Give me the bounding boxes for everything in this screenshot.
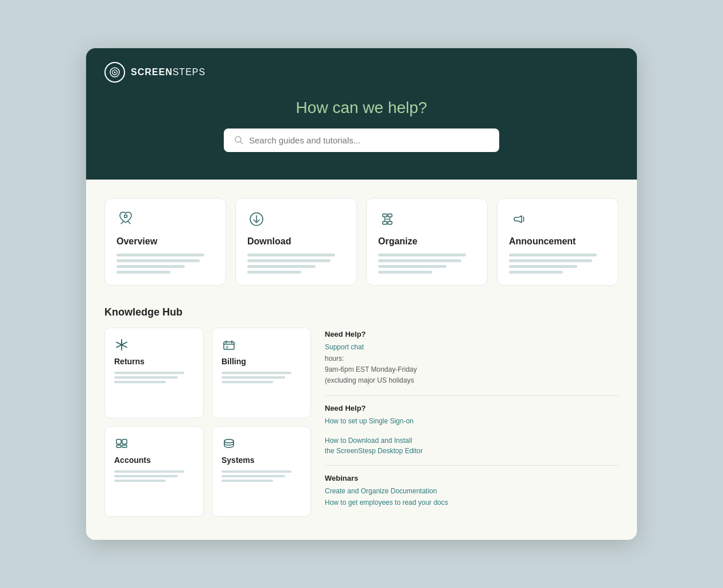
card-line — [378, 271, 432, 274]
hub-card-billing-title: Billing — [221, 357, 301, 366]
divider — [325, 395, 619, 396]
help-section-title: Need Help? — [325, 330, 619, 338]
hub-layout: Returns — [104, 328, 619, 517]
svg-rect-9 — [388, 221, 392, 224]
knowledge-hub-title: Knowledge Hub — [104, 306, 619, 318]
hub-card-line — [114, 372, 184, 374]
hub-card-billing[interactable]: Billing — [212, 328, 311, 418]
help-support-text: Support chat hours: 9am-6pm EST Monday-F… — [325, 342, 619, 387]
card-line — [247, 254, 335, 256]
rocket-icon — [116, 210, 137, 231]
card-organize-title: Organize — [378, 236, 476, 247]
svg-point-23 — [224, 439, 234, 443]
hub-card-accounts-title: Accounts — [114, 455, 194, 465]
hub-card-line — [114, 381, 166, 383]
main-content: Overview Download — [86, 180, 637, 540]
hub-card-returns-title: Returns — [114, 357, 194, 366]
card-line — [247, 265, 316, 268]
svg-rect-19 — [116, 439, 121, 444]
card-announcement[interactable]: Announcement — [497, 198, 619, 286]
hub-card-line — [114, 376, 178, 379]
hub-card-line — [221, 480, 273, 482]
help-section-sso: Need Help? How to set up Single Sign-on — [325, 404, 619, 426]
hub-card-accounts[interactable]: Accounts — [104, 426, 204, 517]
card-download-lines — [247, 254, 345, 274]
organize-icon — [378, 210, 399, 231]
asterisk-icon — [114, 337, 194, 352]
card-line — [116, 265, 185, 268]
card-line — [509, 265, 577, 268]
card-overview[interactable]: Overview — [104, 198, 226, 286]
download-icon — [247, 210, 268, 231]
card-download-title: Download — [247, 236, 345, 247]
webinar-link-2[interactable]: How to get employees to read your docs — [325, 497, 619, 508]
card-line — [378, 254, 466, 256]
hub-card-systems[interactable]: Systems — [212, 426, 311, 517]
systems-icon — [221, 436, 301, 451]
card-line — [116, 254, 204, 256]
support-chat-link[interactable]: Support chat — [325, 342, 619, 352]
hub-card-returns[interactable]: Returns — [104, 328, 204, 418]
help-section-download-install: How to Download and Installthe ScreenSte… — [325, 435, 619, 456]
divider-2 — [325, 465, 619, 466]
help-sidebar: Need Help? Support chat hours: 9am-6pm E… — [325, 328, 619, 517]
svg-rect-21 — [116, 445, 121, 447]
hub-card-line — [221, 372, 291, 374]
announcement-icon — [509, 210, 530, 231]
svg-line-3 — [240, 142, 243, 144]
hub-card-accounts-lines — [114, 470, 194, 482]
knowledge-hub-section: Knowledge Hub Returns — [104, 306, 619, 517]
svg-point-1 — [114, 71, 116, 73]
svg-rect-7 — [388, 214, 392, 217]
hub-card-returns-lines — [114, 372, 194, 383]
logo-text: SCREENSTEPS — [131, 67, 205, 77]
card-line — [509, 259, 592, 262]
svg-rect-20 — [122, 439, 127, 444]
help-section-title-2: Need Help? — [325, 404, 619, 412]
card-announcement-title: Announcement — [509, 236, 607, 247]
card-organize[interactable]: Organize — [366, 198, 488, 286]
header: SCREENSTEPS How can we help? — [86, 48, 637, 180]
hub-card-systems-title: Systems — [221, 455, 301, 465]
search-input[interactable] — [249, 135, 489, 145]
accounts-icon — [114, 436, 194, 451]
hub-card-line — [114, 470, 184, 473]
card-overview-title: Overview — [116, 236, 214, 247]
webinars-title: Webinars — [325, 474, 619, 482]
card-line — [378, 259, 461, 262]
billing-icon — [221, 337, 301, 352]
webinar-link-1[interactable]: Create and Organize Documentation — [325, 486, 619, 496]
card-line — [116, 259, 200, 262]
hub-card-line — [221, 381, 273, 383]
card-organize-lines — [378, 254, 476, 274]
logo-area: SCREENSTEPS — [104, 62, 619, 83]
hub-card-line — [221, 470, 291, 473]
hub-card-line — [221, 376, 285, 379]
hub-card-billing-lines — [221, 372, 301, 383]
svg-rect-16 — [224, 342, 234, 349]
logo-icon — [104, 62, 125, 83]
hub-card-systems-lines — [221, 470, 301, 482]
search-icon — [234, 135, 243, 145]
card-overview-lines — [116, 254, 214, 274]
browser-frame: SCREENSTEPS How can we help? — [86, 48, 637, 540]
card-line — [247, 259, 331, 262]
download-install-link[interactable]: How to Download and Installthe ScreenSte… — [325, 435, 619, 456]
card-download[interactable]: Download — [235, 198, 357, 286]
help-section-webinars: Webinars Create and Organize Documentati… — [325, 474, 619, 508]
help-section-support: Need Help? Support chat hours: 9am-6pm E… — [325, 330, 619, 387]
search-bar[interactable] — [224, 128, 499, 152]
card-line — [509, 254, 597, 256]
hub-grid: Returns — [104, 328, 311, 517]
hub-card-line — [114, 480, 166, 482]
card-line — [116, 271, 170, 274]
card-line — [247, 271, 301, 274]
svg-rect-6 — [383, 214, 387, 217]
card-line — [378, 265, 446, 268]
sso-link[interactable]: How to set up Single Sign-on — [325, 416, 619, 426]
svg-rect-22 — [122, 445, 127, 447]
category-cards-row: Overview Download — [104, 198, 619, 286]
card-line — [509, 271, 563, 274]
header-title: How can we help? — [104, 99, 619, 117]
hub-card-line — [114, 475, 178, 477]
